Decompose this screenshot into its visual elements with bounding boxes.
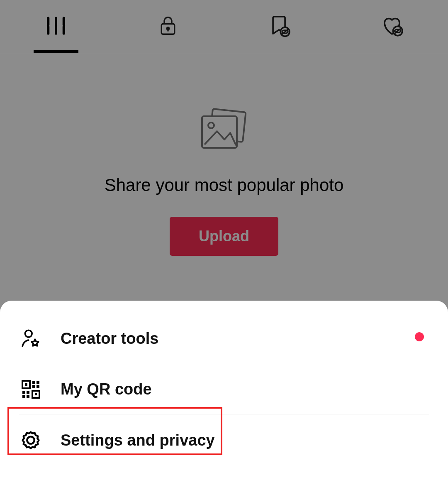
person-star-icon	[19, 328, 42, 349]
svg-rect-24	[27, 391, 29, 394]
qr-code-icon	[19, 379, 42, 399]
svg-rect-21	[32, 385, 35, 388]
menu-item-settings-privacy[interactable]: Settings and privacy	[19, 414, 429, 466]
svg-rect-28	[35, 393, 37, 395]
menu-item-label: My QR code	[61, 380, 152, 398]
svg-rect-22	[37, 385, 39, 388]
svg-rect-26	[27, 395, 29, 398]
menu-item-creator-tools[interactable]: Creator tools	[0, 310, 448, 364]
svg-rect-18	[25, 383, 27, 386]
svg-rect-25	[22, 395, 25, 398]
svg-point-29	[27, 436, 34, 444]
menu-item-label: Settings and privacy	[61, 431, 215, 449]
svg-rect-19	[32, 381, 35, 384]
menu-sheet: Creator tools	[0, 301, 448, 495]
menu-item-qr-code[interactable]: My QR code	[19, 364, 429, 414]
notification-dot	[415, 332, 424, 341]
svg-point-16	[25, 330, 32, 337]
svg-rect-20	[37, 381, 39, 384]
gear-icon	[19, 429, 42, 451]
menu-item-label: Creator tools	[61, 330, 158, 348]
svg-rect-23	[22, 391, 25, 394]
